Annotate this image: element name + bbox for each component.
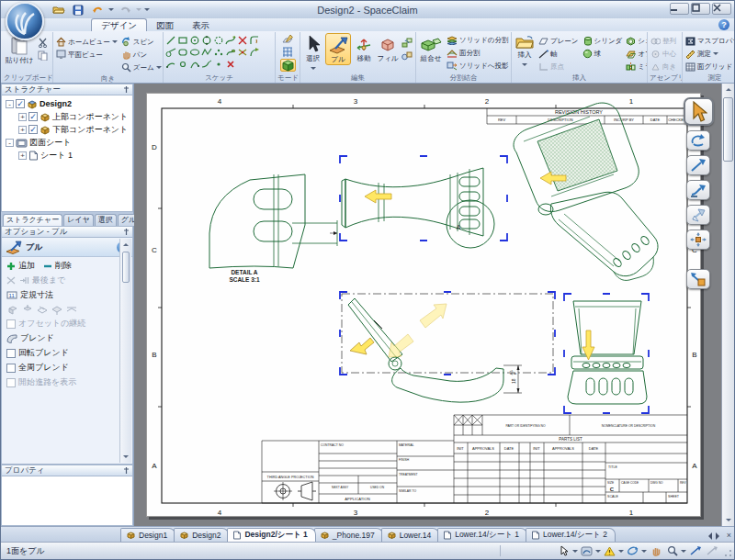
properties-panel[interactable]	[1, 476, 133, 526]
mirror-button[interactable]: ミラー	[625, 61, 648, 73]
pull-up-icon[interactable]	[21, 304, 33, 315]
scroll-thumb[interactable]	[723, 97, 733, 162]
vertical-scrollbar[interactable]	[721, 84, 734, 526]
tab-drawing[interactable]: 図面	[147, 19, 183, 31]
pull-angle-icon[interactable]	[65, 304, 77, 315]
rotation-blend-checkbox[interactable]	[6, 349, 16, 358]
shell-button[interactable]: シェル	[625, 35, 648, 47]
view-phone-side[interactable]: 18 -0.5 0	[340, 292, 555, 402]
upper-component-checkbox[interactable]: ✓	[28, 112, 38, 121]
project-solid-button[interactable]: ソリッドへ投影	[446, 60, 509, 72]
sketch-rectangle-icon[interactable]	[177, 35, 188, 46]
status-zoom-dropdown[interactable]	[681, 550, 686, 555]
remove-option[interactable]: 削除	[55, 260, 72, 272]
sketch-tangent-arc-icon[interactable]	[201, 59, 212, 70]
fill-tool-button[interactable]: フィル	[377, 33, 399, 63]
tree-item-drawing-sheet[interactable]: - 図面シート	[2, 136, 132, 149]
solid-mode-button[interactable]	[280, 59, 296, 72]
tab-prev-icon[interactable]	[705, 532, 712, 540]
scroll-thumb[interactable]	[122, 252, 130, 283]
scroll-down-icon[interactable]	[726, 519, 731, 524]
close-button[interactable]	[712, 3, 731, 15]
tab-design[interactable]: デザイン	[91, 18, 147, 31]
pull-arrow-solid[interactable]	[350, 338, 374, 354]
status-spin-dropdown[interactable]	[641, 550, 647, 555]
doc-tab-phone197[interactable]: _Phone.197	[314, 528, 383, 542]
tree-item-lower-component[interactable]: + ✓ 下部コンポーネント	[2, 123, 132, 136]
insert-button[interactable]: 挿入	[514, 33, 536, 69]
status-select-dropdown[interactable]	[572, 550, 578, 555]
sketch-arc-icon[interactable]	[165, 59, 176, 70]
pan-button[interactable]: パン	[120, 49, 163, 61]
collapse-icon[interactable]: -	[6, 100, 14, 108]
option-row-ruler[interactable]: 11 定規寸法	[2, 286, 132, 301]
scroll-up-icon[interactable]	[123, 241, 129, 246]
tree-item-design2[interactable]: - ✓ Design2	[2, 97, 132, 110]
plan-view-button[interactable]: 平面ビュー	[55, 49, 119, 61]
pull-arrow-left[interactable]	[365, 190, 391, 203]
resize-grip[interactable]	[724, 549, 732, 557]
sketch-line-icon[interactable]	[165, 35, 176, 46]
offset-button[interactable]: オフセット	[625, 48, 648, 60]
sketch-delete-icon[interactable]	[225, 59, 236, 70]
sketch-polyline-icon[interactable]	[201, 47, 212, 58]
tab-view[interactable]: 表示	[183, 19, 219, 31]
pin-icon[interactable]	[123, 466, 130, 475]
pull-arrow-down[interactable]	[582, 330, 594, 360]
expand-icon[interactable]: +	[18, 113, 27, 121]
sketch-split-icon[interactable]	[237, 47, 248, 58]
spin-tool-button[interactable]	[686, 130, 710, 151]
mass-properties-button[interactable]: マスプロパティ	[684, 35, 734, 47]
offset-continue-checkbox[interactable]	[6, 319, 16, 329]
tree-item-upper-component[interactable]: + ✓ 上部コンポーネント	[2, 110, 132, 123]
insert-dropdown[interactable]	[522, 63, 527, 69]
help-button[interactable]: ?	[718, 19, 729, 30]
split-face-button[interactable]: 面分割	[446, 47, 509, 59]
pull-arrow-ghost-up[interactable]	[420, 304, 447, 328]
copy-button[interactable]	[37, 50, 49, 62]
sketch-sweep-arc-icon[interactable]	[189, 59, 200, 70]
expand-icon[interactable]: +	[18, 126, 27, 134]
blend-body-button[interactable]	[401, 50, 413, 62]
sketch-small-circle-icon[interactable]	[177, 59, 188, 70]
sketch-circle-icon[interactable]	[189, 35, 200, 46]
option-row-up-to[interactable]: 最後まで	[2, 272, 132, 286]
origin-button[interactable]: 原点	[537, 61, 580, 73]
measure-button[interactable]: 測定	[684, 48, 719, 60]
doc-tab-lower14-sheet1[interactable]: Lower.14/シート 1	[437, 528, 527, 542]
sketch-corner-icon[interactable]	[249, 35, 260, 46]
view-phone-front[interactable]	[564, 294, 649, 413]
orient-button[interactable]: 向き	[650, 61, 677, 73]
status-warning-dropdown[interactable]	[618, 550, 624, 555]
view-clasp-top[interactable]: A	[340, 156, 507, 248]
pull-both-icon[interactable]	[6, 304, 18, 315]
combine-button[interactable]: 組合せ	[418, 33, 444, 63]
full-blend-checkbox[interactable]	[6, 364, 16, 373]
maximize-button[interactable]	[691, 3, 710, 15]
sketch-rounded-rect-icon[interactable]	[177, 47, 188, 58]
sketch-trim-icon[interactable]	[237, 35, 248, 46]
minimize-button[interactable]	[670, 3, 689, 15]
pin-icon[interactable]	[123, 228, 130, 236]
sketch-bend-icon[interactable]	[249, 47, 260, 58]
measure-dropdown[interactable]	[713, 52, 718, 58]
doc-tab-design2-sheet1[interactable]: Design2/シート 1	[227, 528, 315, 542]
show-path-checkbox[interactable]	[6, 378, 16, 387]
pull-arrow-ghost-down[interactable]	[389, 334, 413, 357]
pull-down-icon[interactable]	[36, 304, 48, 315]
sketch-tangent-line-icon[interactable]	[165, 47, 176, 58]
sketch-three-point-circle-icon[interactable]	[201, 35, 212, 46]
status-pan-button[interactable]	[648, 544, 663, 558]
note-tool-button[interactable]	[686, 269, 710, 289]
status-warning-button[interactable]	[602, 544, 617, 558]
sketch-ellipse-icon[interactable]	[189, 47, 200, 58]
zoom-dropdown[interactable]	[156, 66, 162, 72]
spin-button[interactable]: スピン	[120, 36, 163, 48]
split-solid-button[interactable]: ソリッドの分割	[446, 34, 509, 46]
sketch-point-icon[interactable]	[213, 59, 224, 70]
collapse-icon[interactable]: -	[6, 139, 14, 147]
sphere-button[interactable]: 球	[582, 48, 624, 60]
doc-tab-design2[interactable]: Design2	[174, 528, 229, 542]
select-tool-button[interactable]	[684, 97, 714, 126]
move-tool-button[interactable]	[686, 230, 710, 250]
